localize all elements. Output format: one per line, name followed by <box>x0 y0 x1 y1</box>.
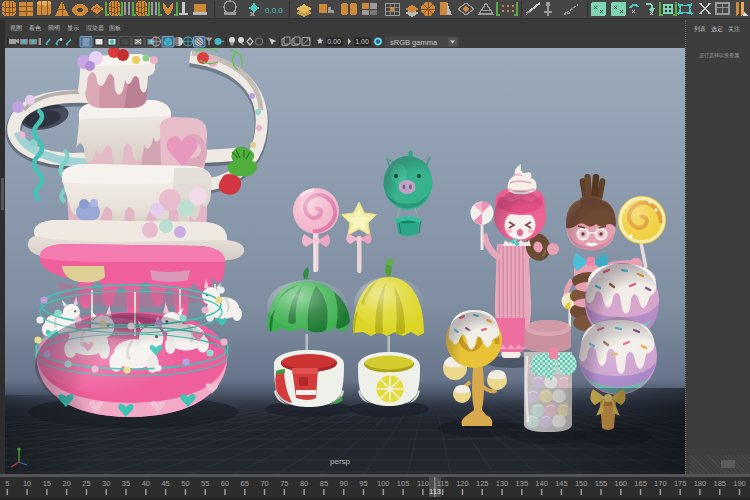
svg-text:70: 70 <box>260 479 268 488</box>
svg-text:30: 30 <box>102 479 110 488</box>
svg-text:190: 190 <box>733 479 746 488</box>
svg-text:100: 100 <box>377 479 390 488</box>
svg-text:120: 120 <box>456 479 469 488</box>
svg-text:125: 125 <box>476 479 489 488</box>
svg-text:60: 60 <box>221 479 229 488</box>
svg-text:55: 55 <box>201 479 209 488</box>
svg-text:15: 15 <box>43 479 51 488</box>
svg-text:135: 135 <box>516 479 529 488</box>
svg-text:sRGB gamma: sRGB gamma <box>390 38 438 47</box>
svg-text:95: 95 <box>359 479 367 488</box>
svg-text:90: 90 <box>340 479 348 488</box>
svg-text:1.00: 1.00 <box>355 38 369 45</box>
svg-text:0.00: 0.00 <box>327 38 341 45</box>
svg-text:145: 145 <box>555 479 568 488</box>
svg-text:5: 5 <box>5 479 9 488</box>
svg-text:25: 25 <box>82 479 90 488</box>
svg-text:130: 130 <box>496 479 509 488</box>
svg-text:165: 165 <box>634 479 647 488</box>
svg-text:185: 185 <box>713 479 726 488</box>
svg-text:180: 180 <box>694 479 707 488</box>
svg-text:105: 105 <box>397 479 410 488</box>
svg-text:10: 10 <box>23 479 31 488</box>
svg-text:75: 75 <box>280 479 288 488</box>
svg-text:0,0,0: 0,0,0 <box>265 6 283 15</box>
svg-text:80: 80 <box>300 479 308 488</box>
svg-text:110: 110 <box>417 479 429 488</box>
svg-text:140: 140 <box>535 479 548 488</box>
svg-text:175: 175 <box>674 479 687 488</box>
svg-text:40: 40 <box>142 479 150 488</box>
svg-text:20: 20 <box>62 479 70 488</box>
svg-text:85: 85 <box>320 479 328 488</box>
svg-text:50: 50 <box>181 479 189 488</box>
svg-text:65: 65 <box>241 479 249 488</box>
svg-text:45: 45 <box>161 479 169 488</box>
svg-text:170: 170 <box>654 479 667 488</box>
svg-text:150: 150 <box>575 479 588 488</box>
svg-text:155: 155 <box>595 479 608 488</box>
svg-text:113: 113 <box>429 487 441 496</box>
svg-text:persp: persp <box>330 457 351 466</box>
svg-text:160: 160 <box>615 479 628 488</box>
svg-text:35: 35 <box>122 479 130 488</box>
